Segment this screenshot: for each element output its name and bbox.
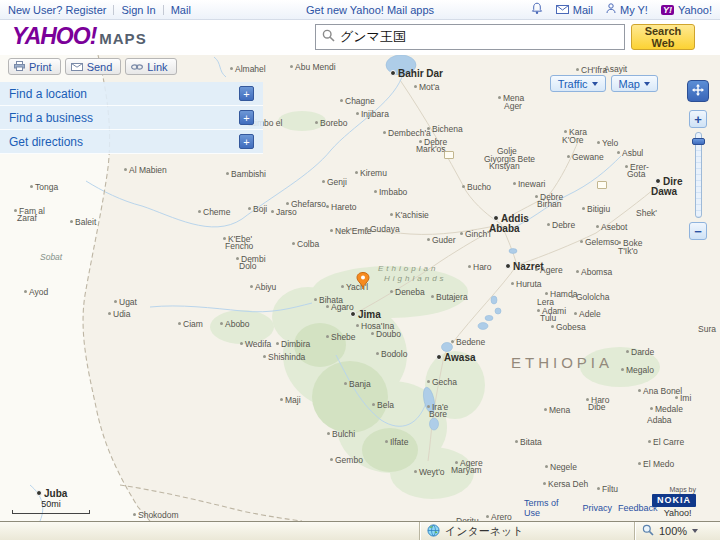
map-label: Chagne — [340, 97, 375, 106]
map-label: Bitigiu — [582, 205, 610, 214]
print-button[interactable]: Print — [8, 58, 61, 75]
map-label: Filtu — [597, 485, 618, 494]
print-label: Print — [29, 61, 52, 73]
map-label: Gota — [627, 170, 645, 179]
map-label: Gololcha — [571, 293, 610, 302]
map-label: Boji — [248, 205, 267, 214]
traffic-button[interactable]: Traffic — [550, 75, 606, 92]
map-label: Bambishi — [226, 170, 266, 179]
map-type-button[interactable]: Map — [611, 75, 658, 92]
scale-bar: 50mi — [12, 499, 90, 514]
map-label: Baleit — [70, 218, 96, 227]
zoom-in-button[interactable]: + — [689, 110, 707, 128]
zoom-out-button[interactable]: − — [689, 222, 707, 240]
find-business-label: Find a business — [9, 111, 93, 125]
maps-by-label: Maps by — [652, 486, 696, 493]
send-button[interactable]: Send — [65, 58, 122, 75]
map-label: Huruta — [511, 280, 542, 289]
map-label: Maryam — [451, 466, 482, 475]
divider — [163, 5, 164, 15]
chevron-down-icon — [592, 82, 598, 86]
map-city-label: Ababa — [489, 224, 520, 234]
terms-link[interactable]: Terms of Use — [524, 498, 577, 518]
map-city-label: Bahir Dar — [390, 69, 443, 79]
chevron-down-icon — [644, 82, 650, 86]
find-location-row[interactable]: Find a location + — [0, 82, 263, 106]
map-label: Ginch'l — [460, 230, 491, 239]
divider — [113, 5, 114, 15]
map-label: Al Mabien — [124, 166, 167, 175]
map-label: Banja — [344, 380, 371, 389]
find-location-label: Find a location — [9, 87, 87, 101]
search-web-button[interactable]: Search Web — [631, 24, 695, 50]
map-label: Ghefarso — [286, 200, 326, 209]
map-label: Asayit — [604, 65, 627, 74]
map-label: Medale — [650, 405, 683, 414]
map-label: Mena — [544, 406, 570, 415]
map-label: Guder — [427, 236, 456, 245]
status-zoom[interactable]: 100% — [634, 522, 720, 540]
privacy-link[interactable]: Privacy — [583, 503, 613, 513]
expand-get-directions-button[interactable]: + — [239, 134, 254, 149]
pan-button[interactable] — [687, 80, 709, 102]
map-label: Negele — [545, 463, 577, 472]
map-marker[interactable] — [356, 272, 370, 294]
my-yahoo-shortcut[interactable]: My Y! — [606, 3, 648, 16]
yahoo-maps-logo[interactable]: YAHOO!MAPS — [12, 23, 147, 50]
logo-wordmark: YAHOO! — [12, 23, 96, 49]
map-label: Ethiopian — [378, 265, 438, 273]
map-label: Highlands — [384, 275, 447, 283]
map-label: Ayod — [24, 288, 48, 297]
map-label: Debre — [547, 221, 575, 230]
link-button[interactable]: Link — [125, 58, 176, 75]
notifications-bell-icon[interactable] — [531, 2, 543, 17]
map-label: Asebot — [596, 223, 627, 232]
map-label: Injibara — [356, 110, 389, 119]
map-label: Sura — [698, 325, 716, 334]
page-zoom-icon — [642, 524, 654, 538]
find-business-row[interactable]: Find a business + — [0, 106, 263, 130]
map-label: Weyt'o — [414, 468, 445, 477]
expand-find-location-button[interactable]: + — [239, 86, 254, 101]
mail-link[interactable]: Mail — [171, 4, 191, 16]
map-label: Kersa Deh — [543, 480, 588, 489]
map-label: Asbul — [617, 149, 643, 158]
yahoo-home-shortcut[interactable]: Y! Yahoo! — [661, 4, 712, 16]
map-label: Gudaya — [365, 225, 400, 234]
search-input[interactable] — [340, 30, 618, 45]
map-label: Colba — [292, 240, 319, 249]
mail-apps-link[interactable]: Get new Yahoo! Mail apps — [306, 4, 434, 16]
map-label: Fencho — [225, 242, 253, 251]
logo-maps-label: MAPS — [99, 30, 146, 47]
map-viewport: AlmahelAbu MendiBahir DarMot'aChagneInji… — [0, 55, 720, 521]
zoom-slider-handle[interactable] — [692, 138, 705, 145]
map-label: Abobo — [220, 320, 250, 329]
mail-envelope-icon — [556, 4, 569, 16]
map-label: Abiyu — [250, 283, 276, 292]
map-label: Sobat — [40, 253, 62, 262]
map-city-label: Awasa — [436, 353, 476, 363]
map-label: Deneba — [390, 288, 425, 297]
status-main — [0, 522, 419, 540]
mail-shortcut[interactable]: Mail — [556, 4, 593, 16]
map-label: Gelemso — [580, 238, 619, 247]
map-label: El Carre — [648, 438, 684, 447]
map-layer-controls: Traffic Map — [550, 75, 658, 92]
map-label: Mark'os — [416, 145, 446, 154]
map-label: Wedifa — [240, 340, 271, 349]
map-label: Bucho — [462, 183, 491, 192]
sign-in-link[interactable]: Sign In — [121, 4, 155, 16]
link-chain-icon — [131, 61, 143, 73]
zoom-slider-track[interactable] — [695, 132, 702, 218]
register-link[interactable]: New User? Register — [8, 4, 106, 16]
search-icon — [322, 28, 335, 46]
print-icon — [14, 61, 25, 73]
map-label: Bitata — [515, 438, 542, 447]
get-directions-row[interactable]: Get directions + — [0, 130, 263, 154]
expand-find-business-button[interactable]: + — [239, 110, 254, 125]
map-label: Inewari — [513, 180, 545, 189]
status-zone: インターネット — [419, 522, 634, 540]
person-icon — [606, 3, 616, 16]
map-label: K'achisie — [390, 211, 429, 220]
map-label: Gembo — [330, 456, 363, 465]
